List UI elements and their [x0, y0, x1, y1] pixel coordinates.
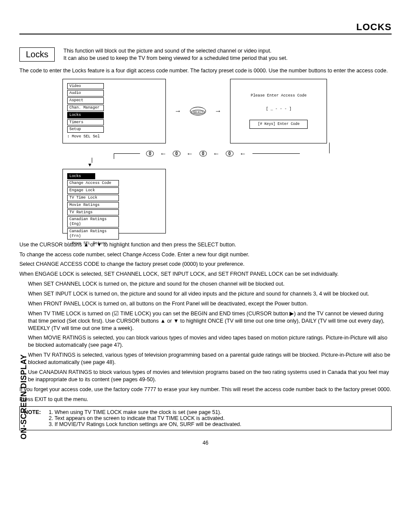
menu-item-locks: Locks	[67, 112, 104, 118]
p-channel-lock: When SET CHANNEL LOCK is turned on, the …	[28, 280, 392, 288]
p-front-panel: When FRONT PANEL LOCK is turned on, all …	[28, 300, 392, 308]
menu-item-chan-manager: Chan. Manager	[67, 105, 104, 111]
page-number: 46	[19, 440, 392, 446]
p-canadian: Use CANADIAN RATINGS to block various ty…	[28, 369, 392, 383]
access-line-2: [ _ - - - ]	[266, 107, 291, 112]
sidebar-label: ON-SCREEN DISPLAY	[19, 354, 28, 439]
locks-change-access: Change Access Code	[67, 180, 119, 187]
note-2: 2. Text appears on the screen to indicat…	[49, 415, 241, 421]
menu-item-timers: Timers	[67, 119, 104, 126]
p-engage: When ENGAGE LOCK is selected, SET CHANNE…	[19, 271, 392, 278]
digit-button-3: 0	[226, 151, 234, 156]
menu-item-aspect: Aspect	[67, 97, 104, 104]
intro-text: This function will block out the picture…	[63, 47, 392, 62]
arrow-left-icon: ←	[213, 150, 220, 158]
p-tv-ratings: When TV RATINGS is selected, various typ…	[28, 352, 392, 366]
arrow-right-icon: →	[174, 107, 181, 115]
locks-engage: Engage Lock	[67, 187, 119, 194]
menu-item-video: Video	[67, 83, 104, 90]
p-forget-code: If you forget your access code, use the …	[19, 386, 392, 393]
locks-tv-ratings: TV Ratings	[67, 209, 119, 216]
locks-tv-time: TV Time Lock	[67, 195, 119, 201]
p-exit: Press EXIT to quit the menu.	[19, 396, 392, 403]
note-1: 1. When using TV TIME LOCK make sure the…	[49, 409, 241, 415]
intro-row: Locks This function will block out the p…	[19, 47, 392, 62]
access-line-1: Please Enter Access Code	[251, 93, 307, 98]
section-title: Locks	[19, 47, 55, 62]
arrow-right-icon: →	[215, 107, 221, 115]
arrow-left-icon: ←	[240, 150, 246, 158]
diagram-row-top: Video Audio Aspect Chan. Manager Locks T…	[62, 79, 351, 143]
osd-locks-menu: Locks Change Access Code Engage Lock TV …	[62, 169, 166, 233]
arrow-left-icon: ←	[187, 150, 193, 158]
locks-canadian-frn: Canadian Ratings (Frn)	[67, 228, 119, 240]
access-line-3: [# Keys] Enter Code	[249, 120, 308, 128]
page-header: LOCKS	[19, 22, 392, 34]
arrow-left-icon: ←	[160, 150, 167, 158]
paragraph-code-info: The code to enter the Locks feature is a…	[19, 67, 392, 75]
intro-line-1: This function will block out the picture…	[63, 48, 271, 54]
osd-main-menu: Video Audio Aspect Chan. Manager Locks T…	[62, 79, 166, 143]
note-box: NOTE: 1. When using TV TIME LOCK make su…	[19, 406, 392, 430]
select-button-label: SELECT	[191, 110, 205, 114]
digit-button-0: 0	[146, 151, 154, 156]
diagram-area: Video Audio Aspect Chan. Manager Locks T…	[62, 79, 351, 233]
p-cursor: Use the CURSOR buttons ▲ or ▼ to highlig…	[19, 241, 392, 249]
menu-footer: ↕ Move SEL Sel	[67, 134, 161, 139]
digit-button-2: 0	[199, 151, 207, 156]
locks-canadian-eng: Canadian Ratings (Eng)	[67, 216, 119, 227]
p-change-code: To change the access code number, select…	[19, 251, 392, 258]
intro-line-2: It can also be used to keep the TV from …	[63, 55, 287, 61]
select-button-outline: SELECT	[190, 107, 206, 115]
menu-item-setup: Setup	[67, 126, 104, 133]
p-movie-ratings: When MOVIE RATINGS is selected, you can …	[28, 334, 392, 349]
p-select-change: Select CHANGE ACCESS CODE to change the …	[19, 261, 392, 268]
menu-item-audio: Audio	[67, 90, 104, 96]
p-tv-time-lock: When TV TIME LOCK is turned on (☑ TIME L…	[28, 310, 392, 332]
connector	[299, 143, 330, 153]
p-input-lock: When SET INPUT LOCK is turned on, the pi…	[28, 290, 392, 298]
locks-movie-ratings: Movie Ratings	[67, 202, 119, 208]
locks-title: Locks	[67, 173, 95, 180]
digit-button-1: 0	[173, 151, 181, 156]
osd-access-code: Please Enter Access Code [ _ - - - ] [# …	[230, 79, 327, 143]
note-list: 1. When using TV TIME LOCK make sure the…	[49, 409, 241, 427]
note-3: 3. If MOVIE/TV Ratings Lock function set…	[49, 421, 241, 427]
